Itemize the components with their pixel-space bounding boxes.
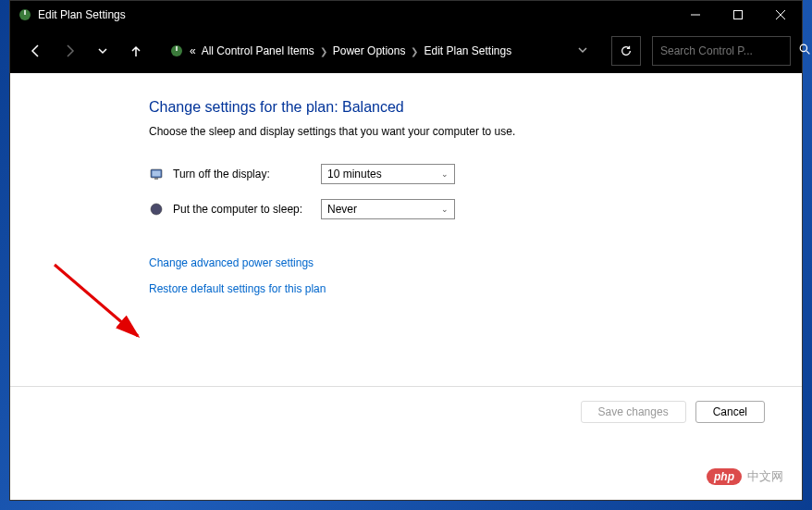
watermark: php 中文网 (707, 468, 783, 485)
window-controls (674, 1, 802, 29)
footer-buttons: Save changes Cancel (581, 401, 765, 423)
advanced-settings-link[interactable]: Change advanced power settings (149, 256, 802, 269)
chevron-down-icon: ⌄ (441, 205, 449, 214)
sleep-dropdown[interactable]: Never ⌄ (321, 199, 455, 219)
page-heading: Change settings for the plan: Balanced (149, 99, 802, 116)
toolbar: « All Control Panel Items ❯ Power Option… (10, 29, 802, 73)
minimize-button[interactable] (674, 1, 717, 29)
breadcrumb-item[interactable]: Power Options (333, 44, 406, 57)
watermark-badge: php (707, 468, 742, 485)
breadcrumb-item[interactable]: All Control Panel Items (202, 44, 314, 57)
up-button[interactable] (121, 36, 151, 66)
cancel-button[interactable]: Cancel (695, 401, 765, 423)
chevron-right-icon: ❯ (320, 46, 327, 56)
search-box[interactable] (652, 36, 791, 66)
restore-defaults-link[interactable]: Restore default settings for this plan (149, 282, 802, 295)
app-icon (18, 7, 32, 22)
window-title: Edit Plan Settings (38, 8, 674, 21)
refresh-button[interactable] (611, 36, 641, 66)
breadcrumb[interactable]: « All Control Panel Items ❯ Power Option… (162, 36, 600, 66)
recent-button[interactable] (88, 36, 117, 66)
titlebar: Edit Plan Settings (10, 1, 802, 29)
breadcrumb-item[interactable]: Edit Plan Settings (424, 44, 511, 57)
watermark-text: 中文网 (747, 468, 783, 485)
maximize-button[interactable] (717, 1, 759, 29)
sleep-setting-row: Put the computer to sleep: Never ⌄ (149, 199, 802, 219)
window: Edit Plan Settings « All Control Panel I… (9, 0, 803, 501)
search-icon[interactable] (799, 43, 811, 59)
breadcrumb-prefix: « (190, 44, 196, 57)
links-section: Change advanced power settings Restore d… (149, 256, 802, 295)
display-setting-row: Turn off the display: 10 minutes ⌄ (149, 164, 802, 184)
svg-line-7 (806, 51, 809, 54)
divider (10, 386, 802, 387)
save-button[interactable]: Save changes (581, 401, 686, 423)
display-value: 10 minutes (327, 168, 382, 180)
chevron-down-icon: ⌄ (441, 169, 449, 179)
page-subtext: Choose the sleep and display settings th… (149, 125, 802, 138)
svg-rect-2 (734, 11, 743, 19)
sleep-icon (149, 202, 164, 217)
display-dropdown[interactable]: 10 minutes ⌄ (321, 164, 455, 184)
svg-point-6 (800, 44, 806, 51)
chevron-right-icon: ❯ (411, 46, 418, 56)
back-button[interactable] (21, 36, 51, 66)
display-icon (149, 167, 164, 181)
chevron-down-icon[interactable] (572, 44, 593, 57)
forward-button[interactable] (55, 36, 84, 66)
content: Change settings for the plan: Balanced C… (10, 73, 802, 500)
svg-rect-10 (154, 178, 158, 180)
svg-rect-9 (153, 171, 161, 177)
svg-point-11 (151, 204, 162, 215)
search-input[interactable] (660, 44, 799, 57)
close-button[interactable] (759, 1, 802, 29)
sleep-value: Never (327, 203, 357, 216)
display-label: Turn off the display: (173, 168, 321, 180)
breadcrumb-icon (169, 44, 184, 58)
sleep-label: Put the computer to sleep: (173, 203, 321, 216)
